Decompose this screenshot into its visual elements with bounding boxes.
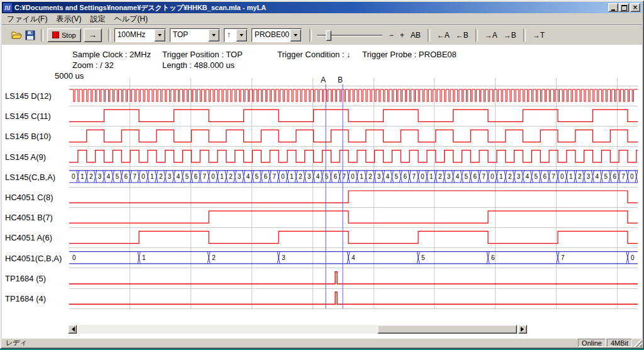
scroll-left-icon [69,327,75,332]
svg-text:0: 0 [491,173,494,180]
svg-text:2: 2 [508,173,512,180]
svg-text:2: 2 [299,173,303,180]
svg-text:4: 4 [456,173,460,180]
svg-text:3: 3 [98,173,102,180]
svg-text:3: 3 [587,173,591,180]
status-memory: 4MBit [607,339,632,347]
svg-text:7: 7 [552,173,555,180]
svg-text:5: 5 [325,173,329,180]
svg-text:3: 3 [282,254,286,261]
svg-text:6: 6 [473,173,477,180]
scroll-left-button[interactable] [68,325,77,334]
svg-text:0: 0 [72,173,75,180]
svg-text:3: 3 [447,173,451,180]
status-bar: レディ Online 4MBit [2,338,642,347]
svg-text:1: 1 [569,173,573,180]
svg-text:6: 6 [403,173,407,180]
svg-text:4: 4 [596,173,599,180]
horizontal-scrollbar[interactable] [68,325,527,334]
svg-text:4: 4 [316,173,320,180]
svg-text:2: 2 [212,254,216,261]
svg-text:2: 2 [229,173,233,180]
svg-text:4: 4 [247,173,250,180]
svg-text:3: 3 [517,173,521,180]
svg-text:5: 5 [535,173,538,180]
svg-text:5: 5 [465,173,469,180]
svg-text:6: 6 [613,173,616,180]
svg-text:1: 1 [142,254,146,261]
svg-text:5: 5 [421,254,425,261]
scrollbar-thumb[interactable] [377,325,517,334]
svg-text:4: 4 [177,173,180,180]
svg-text:B: B [338,76,343,84]
svg-text:7: 7 [272,173,276,180]
svg-text:0: 0 [560,173,564,180]
svg-text:1: 1 [220,173,224,180]
svg-text:0: 0 [421,173,425,180]
svg-text:0: 0 [281,173,285,180]
svg-text:6: 6 [491,254,495,261]
svg-text:1: 1 [430,173,433,180]
svg-text:5: 5 [604,173,608,180]
svg-text:0: 0 [211,173,215,180]
svg-text:4: 4 [386,173,390,180]
scroll-right-button[interactable] [518,325,527,334]
svg-text:6: 6 [194,173,197,180]
svg-text:1: 1 [499,173,503,180]
svg-text:7: 7 [482,173,486,180]
svg-text:7: 7 [133,173,136,180]
svg-text:4: 4 [107,173,111,180]
svg-text:7: 7 [621,173,625,180]
svg-text:0: 0 [631,254,635,261]
svg-text:2: 2 [369,173,372,180]
svg-text:2: 2 [89,173,93,180]
scroll-right-icon [521,327,526,332]
svg-text:0: 0 [72,254,76,261]
svg-text:3: 3 [377,173,381,180]
svg-text:6: 6 [264,173,267,180]
svg-text:3: 3 [238,173,242,180]
svg-text:1: 1 [80,173,84,180]
svg-text:1: 1 [290,173,294,180]
svg-text:5: 5 [186,173,189,180]
svg-text:7: 7 [203,173,206,180]
status-ready-text: レディ [2,338,577,347]
svg-text:6: 6 [124,173,128,180]
svg-text:0: 0 [142,173,145,180]
svg-text:1: 1 [360,173,364,180]
svg-text:0: 0 [630,173,634,180]
svg-text:7: 7 [561,254,565,261]
svg-text:5: 5 [255,173,259,180]
svg-text:6: 6 [333,173,337,180]
svg-text:5: 5 [395,173,399,180]
svg-text:3: 3 [168,173,172,180]
svg-text:7: 7 [412,173,416,180]
svg-text:3: 3 [308,173,311,180]
app-window: C:¥Documents and Settings¥noname¥デスクトップ¥… [0,0,644,349]
svg-text:0: 0 [351,173,355,180]
svg-text:A: A [321,76,326,84]
scrollbar-track[interactable] [77,325,518,334]
resize-grip[interactable] [633,339,642,347]
svg-text:6: 6 [543,173,547,180]
svg-text:2: 2 [578,173,582,180]
svg-text:5: 5 [116,173,119,180]
svg-text:1: 1 [150,173,154,180]
waveform-display[interactable]: 0123456701234567012345670123456701234567… [0,0,644,350]
status-online: Online [578,339,606,347]
svg-text:2: 2 [438,173,442,180]
svg-text:4: 4 [526,173,530,180]
svg-text:4: 4 [352,254,355,261]
svg-text:2: 2 [159,173,163,180]
